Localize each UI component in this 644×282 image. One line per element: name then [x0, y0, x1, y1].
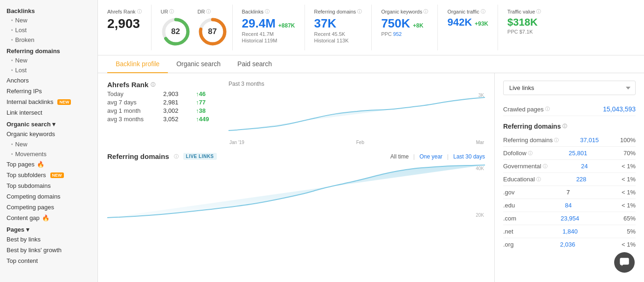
info-icon[interactable]: ⓘ	[137, 8, 142, 15]
sidebar-section-organic-search: Organic search ▾ Organic keywords • New …	[0, 118, 97, 159]
sidebar-item-ref-domains-lost[interactable]: • Lost	[0, 65, 97, 75]
ref-row-governmental: Governmental ⓘ 24 < 1%	[503, 160, 636, 173]
x-label-mar: Mar	[476, 140, 484, 145]
org-traffic-label: Organic traffic ⓘ	[447, 8, 488, 15]
right-panel: Live links Crawled pages ⓘ 15,043,593 Re…	[495, 73, 644, 282]
sidebar-item-top-pages[interactable]: Top pages 🔥	[0, 159, 97, 170]
sidebar-organic-search-title[interactable]: Organic search ▾	[0, 118, 97, 129]
time-filter-30-days[interactable]: Last 30 days	[453, 153, 485, 160]
backlinks-recent: Recent 41.7M	[242, 31, 295, 37]
sidebar-item-best-by-links[interactable]: Best by links	[0, 234, 97, 245]
backlinks-change: +887K	[278, 22, 295, 29]
ref-row-net: .net 1,840 5%	[503, 225, 636, 238]
info-icon[interactable]: ⓘ	[265, 8, 270, 15]
ahrefs-rank-chart: 3K Jan '19	[229, 91, 485, 145]
ref-domains-block: Referring domains ⓘ 37K Recent 45.5K His…	[305, 5, 372, 50]
sidebar-item-top-subdomains[interactable]: Top subdomains	[0, 180, 97, 191]
chat-bubble-button[interactable]	[614, 252, 635, 273]
dr-gauge: DR ⓘ 87	[198, 8, 228, 47]
bullet-icon: •	[11, 37, 13, 42]
sidebar-pages-title[interactable]: Pages ▾	[0, 223, 97, 234]
ref-row-value: 25,801	[569, 150, 588, 157]
info-icon[interactable]: ⓘ	[151, 82, 155, 88]
sidebar-item-link-intersect[interactable]: Link intersect	[0, 107, 97, 118]
sidebar-item-backlinks-broken[interactable]: • Broken	[0, 35, 97, 45]
ur-dr-block: UR ⓘ 82 DR ⓘ	[152, 5, 233, 50]
info-icon[interactable]: ⓘ	[543, 163, 547, 170]
sidebar-section-referring-domains: Referring domains • New • Lost	[0, 45, 97, 75]
ref-row-value: 24	[581, 163, 588, 170]
sidebar-item-content-gap[interactable]: Content gap 🔥	[0, 213, 97, 223]
ref-domains-svg	[107, 164, 485, 225]
info-icon[interactable]: ⓘ	[174, 153, 179, 160]
info-icon[interactable]: ⓘ	[481, 8, 485, 15]
y-axis-label: 3K	[478, 93, 484, 98]
ref-row-pct: 70%	[623, 150, 636, 157]
x-label-feb: Feb	[356, 140, 364, 145]
sidebar-item-competing-pages[interactable]: Competing pages	[0, 202, 97, 213]
sidebar-section-backlinks: Backlinks • New • Lost • Broken	[0, 5, 97, 45]
ref-row-label: .com	[503, 215, 516, 222]
info-icon[interactable]: ⓘ	[536, 176, 541, 183]
ref-row-pct: 65%	[623, 215, 636, 222]
org-traffic-change: +93K	[475, 21, 488, 27]
sidebar-item-backlinks-lost[interactable]: • Lost	[0, 25, 97, 35]
ref-row-pct: < 1%	[622, 202, 636, 209]
info-icon[interactable]: ⓘ	[206, 8, 211, 15]
sidebar-item-organic-keywords-new[interactable]: • New	[0, 139, 97, 149]
sidebar: Backlinks • New • Lost • Broken Referrin…	[0, 0, 98, 282]
chart-period-label: Past 3 months	[229, 81, 485, 87]
sidebar-ref-domains-title: Referring domains	[0, 45, 97, 55]
tab-paid-search[interactable]: Paid search	[229, 55, 280, 73]
sidebar-item-internal-backlinks[interactable]: Internal backlinks NEW	[0, 96, 97, 107]
ref-domains-label: Referring domains ⓘ	[314, 8, 362, 15]
sidebar-item-top-subfolders[interactable]: Top subfolders NEW	[0, 170, 97, 180]
ref-row-pct: < 1%	[622, 163, 636, 170]
chat-icon	[619, 257, 630, 268]
sidebar-item-ref-domains-new[interactable]: • New	[0, 55, 97, 65]
sidebar-item-organic-keywords-movements[interactable]: • Movements	[0, 149, 97, 159]
ref-row-total: Referring domains ⓘ 37,015 100%	[503, 134, 636, 147]
links-type-dropdown[interactable]: Live links	[503, 81, 636, 95]
ahrefs-rank-label: Ahrefs Rank ⓘ	[107, 8, 142, 15]
sidebar-item-competing-domains[interactable]: Competing domains	[0, 191, 97, 202]
tab-backlink-profile[interactable]: Backlink profile	[107, 55, 168, 73]
sidebar-item-best-by-links-growth[interactable]: Best by links' growth	[0, 245, 97, 255]
sidebar-item-top-content[interactable]: Top content	[0, 255, 97, 266]
dropdown-wrap: Live links	[503, 81, 636, 103]
info-icon[interactable]: ⓘ	[536, 8, 541, 15]
info-icon[interactable]: ⓘ	[545, 106, 550, 112]
sidebar-item-referring-ips[interactable]: Referring IPs	[0, 86, 97, 96]
ref-domains-recent: Recent 45.5K	[314, 31, 362, 37]
ur-donut: 82	[161, 17, 191, 47]
sidebar-item-backlinks-new[interactable]: • New	[0, 15, 97, 25]
ref-row-label: Educational ⓘ	[503, 176, 541, 183]
org-traffic-block: Organic traffic ⓘ 942K +93K	[438, 5, 498, 50]
fire-icon: 🔥	[42, 214, 49, 221]
ref-y-top: 40K	[476, 166, 484, 171]
tab-bar: Backlink profile Organic search Paid sea…	[98, 55, 644, 73]
ref-row-value: 23,954	[561, 215, 579, 222]
info-icon[interactable]: ⓘ	[554, 137, 559, 144]
ref-domains-section: Referring domains ⓘ LIVE LINKS All time …	[107, 152, 485, 226]
x-label-jan: Jan '19	[229, 140, 244, 145]
sidebar-item-anchors[interactable]: Anchors	[0, 75, 97, 86]
ahrefs-rank-left: Ahrefs Rank ⓘ Today 2,903 ↑46 avg 7 days…	[107, 81, 219, 127]
info-icon[interactable]: ⓘ	[357, 8, 362, 15]
org-keywords-change: +8K	[413, 22, 423, 29]
time-filter-all: All time	[390, 153, 409, 160]
ref-row-value: 228	[576, 176, 587, 183]
sidebar-item-organic-keywords[interactable]: Organic keywords	[0, 129, 97, 139]
tab-organic-search[interactable]: Organic search	[168, 55, 229, 73]
info-icon[interactable]: ⓘ	[423, 8, 428, 15]
rank-row-today-change: ↑46	[196, 90, 224, 97]
fire-icon: 🔥	[37, 161, 44, 168]
rank-row-3months-label: avg 3 months	[107, 116, 163, 123]
ref-row-dofollow: Dofollow ⓘ 25,801 70%	[503, 147, 636, 160]
info-icon[interactable]: ⓘ	[528, 150, 533, 157]
info-icon[interactable]: ⓘ	[562, 123, 567, 130]
bullet-icon: •	[11, 58, 13, 63]
rank-row-1month-change: ↑38	[196, 107, 224, 114]
time-filter-one-year[interactable]: One year	[419, 153, 442, 160]
info-icon[interactable]: ⓘ	[169, 8, 174, 15]
